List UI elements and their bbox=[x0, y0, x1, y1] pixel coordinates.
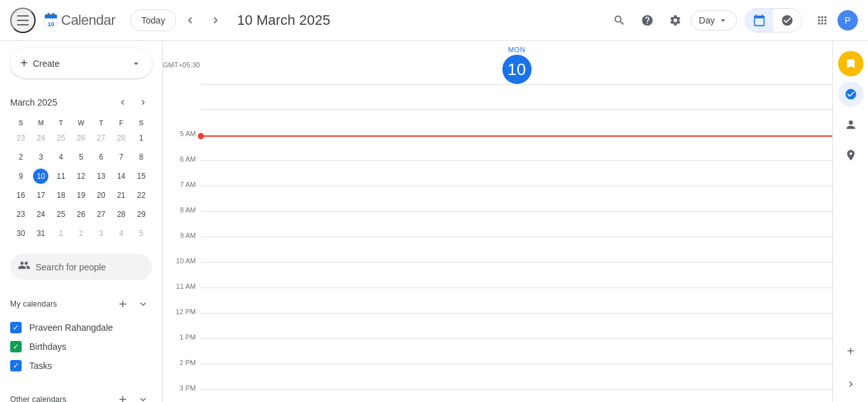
create-button[interactable]: + Create bbox=[10, 48, 152, 78]
mini-cal-day[interactable]: 16 bbox=[11, 186, 31, 204]
mini-cal-day[interactable]: 2 bbox=[72, 225, 91, 242]
my-calendars-header[interactable]: My calendars bbox=[0, 290, 162, 318]
mini-cal-day[interactable]: 4 bbox=[52, 148, 71, 166]
mini-cal-day[interactable]: 26 bbox=[72, 205, 91, 223]
prev-arrow[interactable] bbox=[179, 9, 202, 32]
mini-cal-day[interactable]: 20 bbox=[92, 186, 111, 204]
time-row: 6 AM bbox=[163, 160, 832, 186]
mini-cal-day[interactable]: 28 bbox=[112, 129, 131, 147]
search-people[interactable]: Search for people bbox=[10, 254, 152, 280]
time-line bbox=[201, 84, 832, 85]
my-calendars-collapse[interactable] bbox=[134, 295, 152, 313]
hamburger-icon bbox=[17, 15, 29, 25]
mini-cal-day[interactable]: 7 bbox=[112, 148, 131, 166]
mini-cal-day[interactable]: 3 bbox=[32, 148, 51, 166]
help-button[interactable] bbox=[635, 8, 660, 33]
mini-cal-day[interactable]: 6 bbox=[92, 148, 111, 166]
mini-cal-day[interactable]: 10 bbox=[32, 167, 51, 185]
view-selector[interactable]: Day bbox=[691, 10, 737, 31]
current-time-dot bbox=[198, 133, 204, 139]
today-button[interactable]: Today bbox=[130, 10, 176, 31]
mini-cal-day[interactable]: 5 bbox=[132, 225, 151, 242]
mini-cal-day[interactable]: 27 bbox=[92, 129, 111, 147]
mini-cal-day[interactable]: 1 bbox=[52, 225, 71, 242]
mini-cal-week-row: 23242526272829 bbox=[11, 205, 151, 223]
mini-cal-day[interactable]: 30 bbox=[11, 225, 31, 242]
mini-cal-day-header: T bbox=[92, 118, 111, 128]
mini-cal-day[interactable]: 2 bbox=[11, 148, 31, 166]
user-avatar[interactable]: P bbox=[837, 10, 858, 31]
mini-cal-day[interactable]: 29 bbox=[132, 205, 151, 223]
mini-cal-day[interactable]: 13 bbox=[92, 167, 111, 185]
calendar-label-birthdays: Birthdays bbox=[29, 342, 66, 352]
mini-cal-day[interactable]: 19 bbox=[72, 186, 91, 204]
apps-button[interactable] bbox=[809, 8, 835, 33]
mini-cal-day[interactable]: 14 bbox=[112, 167, 131, 185]
time-row: 10 AM bbox=[163, 262, 832, 288]
other-calendars-section: Other calendars ✓ Holidays in India bbox=[0, 380, 162, 402]
time-row: 2 PM bbox=[163, 364, 832, 389]
mini-cal-day[interactable]: 9 bbox=[11, 167, 31, 185]
tasks-view-toggle[interactable] bbox=[773, 9, 801, 32]
calendar-label-tasks: Tasks bbox=[29, 361, 52, 371]
strip-expand[interactable] bbox=[838, 371, 864, 397]
svg-rect-3 bbox=[45, 17, 57, 18]
strip-add-button[interactable]: + bbox=[838, 338, 864, 364]
header-icons: Day P bbox=[607, 8, 858, 33]
sidebar: + Create March 2025 SMTWTFS bbox=[0, 41, 163, 402]
time-label: 12 PM bbox=[163, 308, 201, 315]
mini-cal-day[interactable]: 25 bbox=[52, 205, 71, 223]
mini-cal-day[interactable]: 3 bbox=[92, 225, 111, 242]
mini-cal-day[interactable]: 4 bbox=[112, 225, 131, 242]
keep-icon[interactable] bbox=[838, 51, 864, 76]
mini-cal-day[interactable]: 15 bbox=[132, 167, 151, 185]
mini-cal-day[interactable]: 17 bbox=[32, 186, 51, 204]
view-toggle-group bbox=[745, 8, 802, 32]
hamburger-button[interactable] bbox=[10, 8, 36, 33]
time-grid: 5 AM6 AM7 AM8 AM9 AM10 AM11 AM12 PM1 PM2… bbox=[163, 84, 832, 402]
mini-cal-day[interactable]: 31 bbox=[32, 225, 51, 242]
contacts-strip-icon[interactable] bbox=[838, 112, 864, 137]
calendar-item-birthdays[interactable]: ✓ Birthdays bbox=[0, 337, 162, 356]
my-calendars-title: My calendars bbox=[10, 300, 57, 308]
calendar-view-toggle[interactable] bbox=[745, 9, 773, 32]
next-arrow[interactable] bbox=[204, 9, 227, 32]
mini-cal-day[interactable]: 27 bbox=[92, 205, 111, 223]
other-calendars-header[interactable]: Other calendars bbox=[0, 385, 162, 402]
current-time-indicator bbox=[201, 135, 832, 137]
mini-cal-day[interactable]: 12 bbox=[72, 167, 91, 185]
mini-cal-day[interactable]: 26 bbox=[72, 129, 91, 147]
mini-cal-day[interactable]: 5 bbox=[72, 148, 91, 166]
settings-button[interactable] bbox=[663, 8, 688, 33]
time-row: 5 AM bbox=[163, 135, 832, 160]
search-button[interactable] bbox=[607, 8, 632, 33]
mini-cal-day[interactable]: 24 bbox=[32, 129, 51, 147]
mini-cal-day[interactable]: 11 bbox=[52, 167, 71, 185]
mini-cal-day-header: S bbox=[11, 118, 31, 128]
mini-cal-day[interactable]: 22 bbox=[132, 186, 151, 204]
mini-cal-day[interactable]: 23 bbox=[11, 205, 31, 223]
mini-calendar: March 2025 SMTWTFS 232425262728123456789… bbox=[0, 88, 162, 249]
other-calendars-add[interactable] bbox=[114, 391, 132, 402]
calendar-item-praveen[interactable]: ✓ Praveen Rahangdale bbox=[0, 318, 162, 337]
calendar-checkbox-birthdays: ✓ bbox=[10, 341, 22, 352]
mini-cal-day[interactable]: 24 bbox=[32, 205, 51, 223]
time-label: 10 AM bbox=[163, 257, 201, 265]
day-number: 10 bbox=[502, 55, 532, 84]
maps-strip-icon[interactable] bbox=[838, 142, 864, 168]
other-calendars-collapse[interactable] bbox=[134, 391, 152, 402]
tasks-strip-icon[interactable] bbox=[838, 81, 864, 107]
my-calendars-add[interactable] bbox=[114, 295, 132, 313]
mini-cal-day[interactable]: 21 bbox=[112, 186, 131, 204]
app-title: Calendar bbox=[61, 12, 115, 29]
calendar-item-tasks[interactable]: ✓ Tasks bbox=[0, 356, 162, 375]
mini-cal-day[interactable]: 28 bbox=[112, 205, 131, 223]
time-label: 1 PM bbox=[163, 333, 201, 341]
mini-cal-day[interactable]: 1 bbox=[132, 129, 151, 147]
mini-cal-day[interactable]: 8 bbox=[132, 148, 151, 166]
mini-cal-day[interactable]: 23 bbox=[11, 129, 31, 147]
mini-cal-day[interactable]: 18 bbox=[52, 186, 71, 204]
mini-cal-next[interactable] bbox=[134, 94, 152, 111]
mini-cal-day[interactable]: 25 bbox=[52, 129, 71, 147]
mini-cal-prev[interactable] bbox=[114, 94, 132, 111]
